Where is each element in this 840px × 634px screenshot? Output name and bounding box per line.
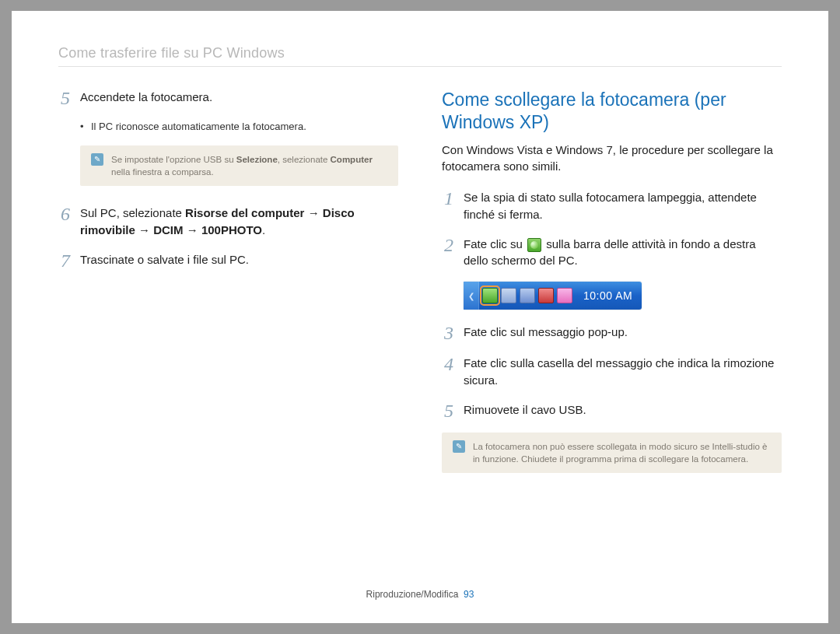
arrow-icon: → bbox=[184, 223, 201, 236]
step-text: Fate clic sulla casella del messaggio ch… bbox=[464, 355, 782, 389]
section-intro: Con Windows Vista e Windows 7, le proced… bbox=[442, 142, 782, 176]
step6-a: Sul PC, selezionate bbox=[80, 206, 185, 219]
step-number: 4 bbox=[442, 355, 456, 373]
step-text: Fate clic sul messaggio pop-up. bbox=[464, 324, 782, 341]
note-icon: ✎ bbox=[91, 153, 103, 166]
step-text: Se la spia di stato sulla fotocamera lam… bbox=[464, 189, 782, 223]
page-title: Come trasferire file su PC Windows bbox=[58, 45, 782, 67]
safely-remove-hardware-tray-icon bbox=[482, 288, 498, 303]
step6-d: DCIM bbox=[153, 223, 183, 236]
footer-label: Riproduzione/Modifica bbox=[366, 589, 459, 600]
page-number: 93 bbox=[464, 589, 474, 600]
step-number: 5 bbox=[58, 89, 72, 107]
note-seg-d: Computer bbox=[331, 155, 373, 164]
step-number: 7 bbox=[58, 251, 72, 270]
step-5-right: 5 Rimuovete il cavo USB. bbox=[442, 401, 782, 420]
two-column-layout: 5 Accendete la fotocamera. Il PC riconos… bbox=[58, 89, 782, 492]
page-footer: Riproduzione/Modifica 93 bbox=[12, 589, 828, 600]
tray-icon bbox=[501, 288, 516, 303]
note-text: La fotocamera non può essere scollegata … bbox=[473, 440, 771, 465]
tray-icon bbox=[538, 288, 554, 303]
step-number: 6 bbox=[58, 205, 72, 223]
step-text: Accendete la fotocamera. bbox=[80, 89, 398, 106]
step-text: Trascinate o salvate i file sul PC. bbox=[80, 251, 398, 268]
step2-pre: Fate clic su bbox=[464, 237, 526, 250]
step-number: 2 bbox=[442, 236, 456, 254]
step-4: 4 Fate clic sulla casella del messaggio … bbox=[442, 355, 782, 389]
note-seg-a: Se impostate l'opzione USB su bbox=[111, 155, 236, 164]
step-text: Fate clic su sulla barra delle attività … bbox=[464, 236, 782, 270]
step-text: Sul PC, selezionate Risorse del computer… bbox=[80, 205, 398, 239]
section-title: Come scollegare la fotocamera (per Windo… bbox=[442, 89, 782, 134]
tray-expand-chevron-icon: ❮ bbox=[464, 282, 479, 310]
taskbar-screenshot: ❮ 10:00 AM bbox=[464, 282, 782, 310]
note-text: Se impostate l'opzione USB su Selezione,… bbox=[111, 153, 387, 178]
windows-taskbar: ❮ 10:00 AM bbox=[464, 282, 642, 310]
step-2: 2 Fate clic su sulla barra delle attivit… bbox=[442, 236, 782, 270]
right-column: Come scollegare la fotocamera (per Windo… bbox=[442, 89, 782, 492]
step-number: 5 bbox=[442, 401, 456, 420]
arrow-icon: → bbox=[304, 206, 322, 219]
step-5-bullet: Il PC riconosce automaticamente la fotoc… bbox=[80, 120, 398, 135]
step-number: 1 bbox=[442, 189, 456, 208]
step-3: 3 Fate clic sul messaggio pop-up. bbox=[442, 324, 782, 342]
manual-page: Come trasferire file su PC Windows 5 Acc… bbox=[12, 11, 828, 623]
note-icon: ✎ bbox=[453, 440, 465, 453]
note-box-intelli-studio: ✎ La fotocamera non può essere scollegat… bbox=[442, 433, 782, 473]
step6-b: Risorse del computer bbox=[185, 206, 304, 219]
step-6: 6 Sul PC, selezionate Risorse del comput… bbox=[58, 205, 398, 239]
arrow-icon: → bbox=[135, 223, 153, 236]
note-seg-e: nella finestra a comparsa. bbox=[111, 167, 214, 177]
safely-remove-hardware-icon bbox=[527, 238, 541, 252]
step-7: 7 Trascinate o salvate i file sul PC. bbox=[58, 251, 398, 270]
note-seg-b: Selezione bbox=[236, 155, 278, 164]
note-box-usb-selection: ✎ Se impostate l'opzione USB su Selezion… bbox=[80, 145, 398, 186]
step6-f: . bbox=[262, 223, 265, 236]
step-5: 5 Accendete la fotocamera. bbox=[58, 89, 398, 107]
left-column: 5 Accendete la fotocamera. Il PC riconos… bbox=[58, 89, 398, 492]
tray-icon bbox=[520, 288, 535, 303]
note-seg-c: , selezionate bbox=[278, 155, 331, 164]
step-text: Rimuovete il cavo USB. bbox=[464, 401, 782, 419]
taskbar-clock: 10:00 AM bbox=[583, 289, 632, 302]
step-number: 3 bbox=[442, 324, 456, 342]
step6-e: 100PHOTO bbox=[201, 223, 262, 236]
step-1: 1 Se la spia di stato sulla fotocamera l… bbox=[442, 189, 782, 223]
tray-icon bbox=[557, 288, 572, 303]
